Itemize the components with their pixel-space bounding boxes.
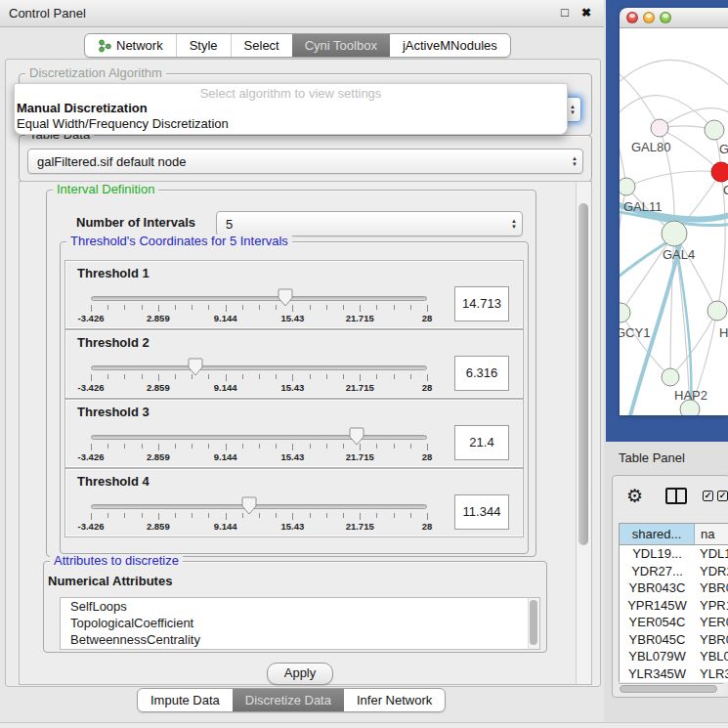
tab-label: Cyni Toolbox bbox=[305, 38, 377, 53]
threshold-value-field[interactable]: 14.713 bbox=[454, 286, 509, 321]
slider-tick-label: 28 bbox=[422, 521, 433, 532]
tab-label: Style bbox=[190, 38, 218, 53]
tab-network[interactable]: Network bbox=[85, 34, 176, 57]
slider-handle-icon bbox=[278, 288, 293, 307]
network-node-ga[interactable] bbox=[705, 120, 724, 140]
bottom-tab-discretize-data[interactable]: Discretize Data bbox=[233, 689, 344, 711]
threshold-slider[interactable]: -3.4262.8599.14415.4321.71528 bbox=[65, 400, 449, 467]
bottom-tab-infer-network[interactable]: Infer Network bbox=[344, 689, 445, 711]
slider-tick bbox=[158, 513, 159, 520]
slider-tick bbox=[427, 305, 428, 312]
network-node-hap2[interactable] bbox=[662, 368, 679, 386]
network-node-gal11[interactable] bbox=[620, 178, 635, 195]
network-edge[interactable] bbox=[626, 171, 721, 187]
table-row[interactable]: YER054CYER0 bbox=[620, 614, 728, 631]
slider-tick bbox=[343, 513, 344, 518]
slider-tick bbox=[242, 305, 243, 310]
scrollbar-thumb[interactable] bbox=[578, 203, 588, 545]
threshold-value-field[interactable]: 6.316 bbox=[454, 356, 509, 391]
network-edge-highlighted[interactable] bbox=[620, 241, 668, 280]
float-window-icon[interactable]: □ bbox=[557, 5, 573, 21]
algorithm-dropdown-popup: Select algorithm to view settings Manual… bbox=[14, 83, 568, 135]
slider-track[interactable] bbox=[91, 365, 427, 370]
threshold-slider[interactable]: -3.4262.8599.14415.4321.71528 bbox=[65, 261, 449, 328]
attribute-item-topologicalcoefficient[interactable]: TopologicalCoefficient bbox=[61, 615, 539, 631]
network-node-gal4[interactable] bbox=[662, 221, 687, 246]
slider-tick bbox=[175, 444, 176, 449]
icon-node bbox=[107, 44, 111, 49]
table-row[interactable]: YBL079WYBL0 bbox=[620, 648, 728, 665]
slider-tick bbox=[242, 444, 243, 449]
slider-tick bbox=[394, 444, 395, 449]
threshold-slider[interactable]: -3.4262.8599.14415.4321.71528 bbox=[65, 469, 449, 536]
table-column-header[interactable]: na bbox=[695, 524, 728, 544]
slider-handle[interactable] bbox=[188, 358, 203, 376]
network-node-gcy1[interactable] bbox=[620, 303, 630, 322]
slider-tick-label: 28 bbox=[422, 313, 433, 323]
threshold-slider[interactable]: -3.4262.8599.14415.4321.71528 bbox=[65, 330, 449, 398]
scrollbar-thumb[interactable] bbox=[530, 600, 537, 645]
tab-label: Network bbox=[116, 38, 163, 53]
gear-icon[interactable]: ⚙ bbox=[626, 484, 643, 509]
attributes-list-scrollbar[interactable] bbox=[528, 598, 539, 649]
algorithm-option-equal-width-frequency-discretization[interactable]: Equal Width/Frequency Discretization bbox=[15, 116, 567, 132]
slider-tick-label: 2.859 bbox=[147, 313, 170, 323]
tab-jactivemnodules[interactable]: jActiveMNodules bbox=[390, 34, 510, 57]
main-vertical-scrollbar[interactable] bbox=[576, 182, 591, 684]
table-row[interactable]: YBR043CYBR0 bbox=[620, 579, 728, 597]
table-row[interactable]: YDR27...YDR2 bbox=[620, 563, 728, 580]
slider-track[interactable] bbox=[91, 296, 427, 301]
checkbox-icon[interactable]: ✓ bbox=[717, 491, 728, 501]
table-column-header-shared[interactable]: shared... bbox=[620, 524, 695, 544]
network-canvas[interactable]: GAL80GACGAL11GAL4GCY1HHAP2 bbox=[620, 28, 728, 415]
slider-handle-shape bbox=[189, 359, 202, 375]
table-row[interactable]: YLR345WYLR3 bbox=[620, 665, 728, 683]
scrollbar-thumb[interactable] bbox=[620, 685, 717, 693]
checkbox-icon[interactable]: ✓ bbox=[703, 491, 713, 501]
network-node-h[interactable] bbox=[707, 301, 727, 321]
screenshot-root: Control Panel □ ✖ NetworkStyleSelectCyni… bbox=[0, 0, 728, 728]
combo-stepper-icon: ▲ ▼ bbox=[506, 219, 522, 230]
table-data-combobox[interactable]: galFiltered.sif default node ▲ ▼ bbox=[27, 149, 583, 174]
zoom-traffic-light-icon[interactable] bbox=[660, 12, 671, 23]
split-columns-icon[interactable] bbox=[665, 488, 687, 504]
algorithm-option-manual-discretization[interactable]: Manual Discretization bbox=[15, 101, 567, 116]
threshold-value-field[interactable]: 11.344 bbox=[454, 494, 509, 530]
numerical-attributes-list[interactable]: SelfLoopsTopologicalCoefficientBetweenne… bbox=[60, 597, 540, 650]
slider-track[interactable] bbox=[91, 435, 427, 440]
control-panel-window: Control Panel □ ✖ NetworkStyleSelectCyni… bbox=[0, 0, 605, 728]
threshold-value-field[interactable]: 21.4 bbox=[454, 425, 509, 460]
close-traffic-light-icon[interactable] bbox=[626, 12, 638, 23]
slider-tick bbox=[259, 513, 260, 518]
attribute-item-betweennesscentrality[interactable]: BetweennessCentrality bbox=[61, 631, 539, 648]
slider-tick bbox=[208, 444, 209, 449]
slider-tick bbox=[376, 513, 377, 518]
minimize-traffic-light-icon[interactable] bbox=[643, 12, 655, 23]
window-title: Control Panel bbox=[9, 6, 86, 21]
slider-tick bbox=[107, 305, 108, 310]
table-row[interactable]: YDL19...YDL1 bbox=[620, 545, 728, 563]
slider-tick bbox=[107, 513, 108, 518]
network-node-c[interactable] bbox=[711, 162, 728, 182]
table-cell: YPR1 bbox=[695, 597, 728, 615]
tab-select[interactable]: Select bbox=[231, 34, 292, 57]
threshold-row-3: Threshold 3-3.4262.8599.14415.4321.71528… bbox=[64, 399, 524, 468]
slider-track[interactable] bbox=[91, 504, 427, 509]
attribute-item-selfloops[interactable]: SelfLoops bbox=[61, 598, 539, 615]
table-row[interactable]: YPR145WYPR1 bbox=[620, 597, 728, 615]
slider-tick-label: -3.426 bbox=[78, 521, 105, 532]
tab-style[interactable]: Style bbox=[176, 34, 231, 57]
bottom-tab-impute-data[interactable]: Impute Data bbox=[138, 689, 233, 711]
network-window-titlebar[interactable] bbox=[620, 8, 728, 28]
slider-handle[interactable] bbox=[241, 496, 257, 515]
table-horizontal-scrollbar[interactable] bbox=[619, 683, 723, 694]
network-node-gal80[interactable] bbox=[651, 119, 668, 137]
apply-button[interactable]: Apply bbox=[267, 663, 333, 685]
tab-cyni-toolbox[interactable]: Cyni Toolbox bbox=[292, 34, 390, 57]
network-edge[interactable] bbox=[620, 60, 728, 87]
table-row[interactable]: YBR045CYBR0 bbox=[620, 631, 728, 649]
slider-handle[interactable] bbox=[278, 288, 293, 307]
slider-handle[interactable] bbox=[349, 427, 364, 446]
close-window-icon[interactable]: ✖ bbox=[578, 5, 594, 21]
network-view-frame: GAL80GACGAL11GAL4GCY1HHAP2 bbox=[606, 0, 728, 442]
